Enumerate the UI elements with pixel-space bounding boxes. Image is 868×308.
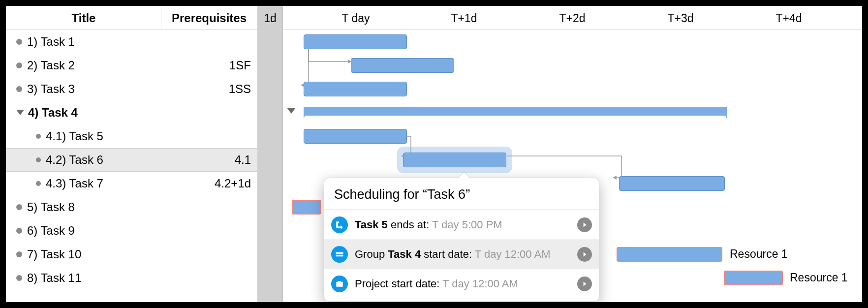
- task-prereq: 1SS: [161, 82, 257, 96]
- timeline-tick: T+4d: [735, 6, 843, 30]
- bullet-icon: [36, 181, 41, 186]
- task-rows: 1) Task 12) Task 21SF3) Task 31SS4) Task…: [6, 30, 257, 290]
- group-icon: [331, 246, 348, 263]
- svg-marker-5: [287, 108, 296, 114]
- app-window: Title Prerequisites 1) Task 12) Task 21S…: [6, 6, 862, 302]
- task-title: 8) Task 11: [27, 271, 81, 285]
- task-prereq: 4.2+1d: [161, 177, 257, 190]
- task-bar-task6[interactable]: [403, 153, 506, 167]
- disclosure-triangle-icon[interactable]: [16, 110, 24, 116]
- svg-marker-0: [16, 110, 24, 115]
- task-bar-task5[interactable]: [304, 129, 407, 144]
- bullet-icon: [36, 134, 41, 139]
- group-bar-task4[interactable]: [304, 107, 727, 116]
- gantt-row: [257, 148, 862, 172]
- task-title: 4.2) Task 6: [46, 153, 103, 167]
- task-row[interactable]: 2) Task 21SF: [6, 54, 257, 77]
- bullet-icon: [16, 228, 22, 234]
- task-title: 2) Task 2: [27, 59, 75, 72]
- task-row[interactable]: 4) Task 4: [6, 101, 257, 124]
- bullet-icon: [16, 251, 22, 257]
- scheduling-popover: Scheduling for “Task 6” Task 5 ends at: …: [324, 178, 599, 302]
- chevron-right-icon[interactable]: [577, 247, 592, 262]
- task-row[interactable]: 4.1) Task 5: [6, 124, 257, 148]
- task-bar-task2[interactable]: [351, 58, 454, 73]
- outline-header: Title Prerequisites: [6, 6, 257, 30]
- gantt-row: [257, 54, 862, 77]
- task-row[interactable]: 8) Task 11: [6, 266, 257, 290]
- task-row[interactable]: 5) Task 8: [6, 195, 257, 219]
- chevron-right-icon[interactable]: [577, 217, 592, 232]
- timeline-tick: T day: [302, 6, 410, 30]
- task-title: 4.3) Task 7: [46, 177, 103, 190]
- timeline-tick: T+2d: [518, 6, 626, 30]
- bullet-icon: [36, 157, 41, 162]
- gantt-row: [257, 101, 862, 124]
- gantt-row: [257, 30, 862, 54]
- bullet-icon: [16, 86, 22, 92]
- task-row[interactable]: 3) Task 31SS: [6, 77, 257, 101]
- task-bar-task8[interactable]: [292, 200, 321, 215]
- column-header-prereq[interactable]: Prerequisites: [161, 6, 257, 30]
- popover-item-text: Group Task 4 start date: T day 12:00 AM: [355, 248, 570, 261]
- popover-item[interactable]: Task 5 ends at: T day 5:00 PM: [324, 210, 599, 239]
- resource-label: Resource 1: [730, 247, 788, 261]
- group-disclosure-icon[interactable]: [287, 108, 296, 117]
- task-title: 4.1) Task 5: [46, 129, 103, 143]
- popover-list: Task 5 ends at: T day 5:00 PMGroup Task …: [324, 209, 599, 298]
- task-row[interactable]: 1) Task 1: [6, 30, 257, 54]
- outline-pane: Title Prerequisites 1) Task 12) Task 21S…: [6, 6, 257, 302]
- task-title: 6) Task 9: [27, 224, 75, 238]
- timeline-header[interactable]: 1d T day T+1d T+2d T+3d T+4d: [257, 6, 862, 30]
- task-row[interactable]: 7) Task 10: [6, 243, 257, 266]
- task-bar-task10[interactable]: [617, 247, 722, 262]
- timeline-tick: T+1d: [410, 6, 518, 30]
- svg-rect-7: [336, 254, 343, 256]
- task-bar-task3[interactable]: [304, 82, 407, 96]
- task-prereq: 1SF: [161, 59, 257, 72]
- task-bar-task1[interactable]: [304, 34, 407, 49]
- popover-item-text: Task 5 ends at: T day 5:00 PM: [355, 218, 570, 231]
- task-title: 1) Task 1: [27, 35, 75, 49]
- task-title: 3) Task 3: [27, 82, 75, 96]
- dependency-icon: [331, 216, 348, 233]
- chevron-right-icon[interactable]: [577, 277, 592, 291]
- task-prereq: 4.1: [161, 153, 257, 167]
- gantt-body[interactable]: Resource 1 Resource 1 Scheduling for “Ta…: [257, 30, 862, 302]
- gantt-row: [257, 77, 862, 101]
- popover-item-text: Project start date: T day 12:00 AM: [355, 277, 570, 290]
- task-row[interactable]: 4.3) Task 74.2+1d: [6, 172, 257, 195]
- column-header-title[interactable]: Title: [6, 6, 161, 30]
- popover-title: Scheduling for “Task 6”: [324, 187, 599, 209]
- popover-item[interactable]: Group Task 4 start date: T day 12:00 AM: [324, 239, 599, 269]
- project-icon: [331, 276, 348, 292]
- task-title: 5) Task 8: [27, 200, 75, 214]
- bullet-icon: [16, 204, 22, 210]
- gantt-pane[interactable]: 1d T day T+1d T+2d T+3d T+4d: [257, 6, 862, 302]
- task-title: 4) Task 4: [28, 106, 78, 120]
- timeline-tick-minor: 1d: [258, 6, 282, 30]
- gantt-row: [257, 124, 862, 148]
- task-bar-task7[interactable]: [619, 176, 725, 191]
- resource-label: Resource 1: [790, 271, 848, 284]
- task-title: 7) Task 10: [27, 247, 81, 261]
- task-bar-task11[interactable]: [724, 271, 783, 285]
- bullet-icon: [16, 275, 22, 281]
- bullet-icon: [16, 39, 22, 45]
- task-row[interactable]: 6) Task 9: [6, 219, 257, 243]
- task-row[interactable]: 4.2) Task 64.1: [6, 148, 257, 172]
- popover-item[interactable]: Project start date: T day 12:00 AM: [324, 269, 599, 298]
- svg-rect-6: [336, 252, 343, 253]
- timeline-tick: T+3d: [626, 6, 735, 30]
- bullet-icon: [16, 62, 22, 68]
